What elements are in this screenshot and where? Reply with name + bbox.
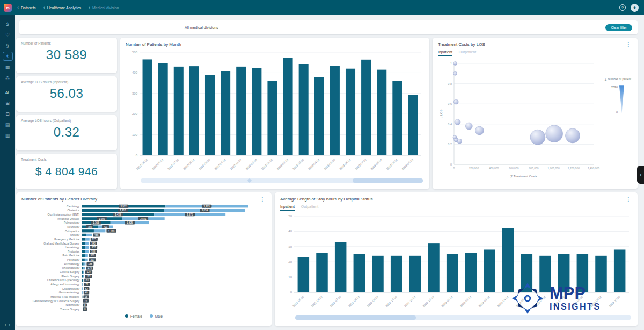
sidebar-library-icon[interactable]: ▥ bbox=[3, 131, 12, 139]
chevron-left-icon: ‹ bbox=[89, 5, 90, 10]
kebab-menu-icon[interactable]: ⋮ bbox=[625, 42, 632, 47]
svg-text:357: 357 bbox=[92, 246, 96, 249]
sidebar-item-patient-analytics-icon[interactable]: ⚕ bbox=[3, 52, 12, 60]
sidebar-folder-icon[interactable]: ⊡ bbox=[3, 110, 12, 118]
tab-outpatient[interactable]: Outpatient bbox=[459, 50, 476, 56]
legend-label: Male bbox=[155, 314, 163, 318]
gender-diversity-card: Number of Patients by Gender Diversity ⋮… bbox=[16, 192, 272, 326]
svg-text:Endocrinology: Endocrinology bbox=[62, 287, 79, 290]
svg-text:2023-09-01: 2023-09-01 bbox=[385, 157, 398, 170]
avatar[interactable]: ● bbox=[631, 4, 639, 12]
dashboard-root: m ‹Datasets ‹Healthcare Analytics ‹Medic… bbox=[0, 0, 644, 330]
female-dot-icon bbox=[125, 314, 128, 318]
svg-text:2022-05-01: 2022-05-01 bbox=[136, 157, 149, 170]
svg-text:46: 46 bbox=[85, 291, 89, 294]
tab-inpatient[interactable]: Inpatient bbox=[280, 205, 295, 211]
sidebar-footer: ‹ › bbox=[5, 322, 10, 327]
svg-text:Gastroenterology or Colorectal: Gastroenterology or Colorectal Surgery bbox=[33, 299, 79, 303]
svg-text:10: 10 bbox=[288, 276, 292, 279]
scrollbar-handle[interactable] bbox=[247, 178, 252, 183]
help-icon[interactable]: ? bbox=[619, 4, 626, 11]
scrollbar-thumb[interactable] bbox=[353, 178, 423, 183]
clear-filter-button[interactable]: Clear filter bbox=[605, 24, 632, 31]
svg-text:485: 485 bbox=[94, 234, 99, 236]
svg-text:300: 300 bbox=[132, 92, 138, 95]
svg-text:0: 0 bbox=[450, 163, 452, 166]
svg-text:80: 80 bbox=[86, 279, 89, 282]
sidebar-item-segments-icon[interactable]: § bbox=[3, 41, 12, 49]
svg-text:35: 35 bbox=[85, 296, 88, 298]
gender-legend: Female Male bbox=[21, 312, 266, 320]
treatment-costs-by-los-chart[interactable]: 00.20.40.60.810200,000400,000600,000800,… bbox=[438, 57, 632, 178]
svg-text:400,000: 400,000 bbox=[489, 167, 499, 170]
chevron-left-icon: ‹ bbox=[43, 5, 45, 10]
avg-los-chart[interactable]: 010203040502022-05-012022-06-012022-07-0… bbox=[280, 212, 632, 314]
breadcrumb-item-medical-division[interactable]: ‹Medical division bbox=[89, 5, 119, 10]
svg-text:2023-08-01: 2023-08-01 bbox=[370, 157, 383, 170]
svg-text:1: 1 bbox=[450, 62, 452, 65]
svg-text:780: 780 bbox=[88, 226, 92, 228]
svg-text:2022-11-01: 2022-11-01 bbox=[404, 295, 416, 307]
svg-text:375: 375 bbox=[92, 238, 97, 241]
sidebar-folder-icon[interactable]: ⊞ bbox=[3, 99, 12, 107]
svg-text:1,000,000: 1,000,000 bbox=[548, 167, 560, 170]
svg-text:300: 300 bbox=[91, 254, 95, 257]
svg-text:0.4: 0.4 bbox=[448, 123, 452, 126]
svg-text:0.6: 0.6 bbox=[448, 102, 452, 105]
kebab-menu-icon[interactable]: ⋮ bbox=[259, 197, 266, 202]
svg-text:∑ Number of patient: ∑ Number of patient bbox=[605, 77, 632, 81]
tab-inpatient[interactable]: Inpatient bbox=[438, 50, 452, 56]
kebab-menu-icon[interactable]: ⋮ bbox=[625, 197, 632, 202]
svg-text:2023-06-01: 2023-06-01 bbox=[533, 295, 546, 307]
sidebar-item-billing-icon[interactable]: $ bbox=[3, 20, 12, 28]
breadcrumb-label: Medical division bbox=[92, 6, 119, 10]
svg-text:20: 20 bbox=[288, 260, 292, 263]
svg-text:2022-12-01: 2022-12-01 bbox=[245, 157, 258, 170]
breadcrumb-item-datasets[interactable]: ‹Datasets bbox=[17, 5, 36, 10]
svg-text:113: 113 bbox=[86, 275, 91, 278]
svg-text:Obstetrics: Obstetrics bbox=[67, 209, 79, 212]
svg-text:701: 701 bbox=[104, 226, 108, 228]
svg-text:2023-02-01: 2023-02-01 bbox=[276, 157, 289, 170]
sidebar-item-dashboards-icon[interactable]: ▦ bbox=[3, 63, 12, 71]
sidebar-next-icon[interactable]: › bbox=[9, 322, 11, 327]
sidebar-item-favorites-icon[interactable]: ♡ bbox=[3, 31, 12, 39]
svg-text:336: 336 bbox=[91, 250, 96, 253]
svg-text:2023-03-01: 2023-03-01 bbox=[478, 295, 491, 307]
chart-title: Average Length of Stay hours by Hospital… bbox=[280, 197, 372, 202]
svg-text:1,400,000: 1,400,000 bbox=[588, 167, 599, 170]
chart-scrollbar[interactable] bbox=[141, 178, 423, 183]
sidebar-item-people-icon[interactable]: ⁂ bbox=[3, 74, 12, 82]
svg-text:2022-06-01: 2022-06-01 bbox=[310, 295, 323, 307]
svg-text:800,000: 800,000 bbox=[529, 167, 539, 170]
chart-scrollbar[interactable] bbox=[295, 315, 631, 320]
sidebar-library-icon[interactable]: ▤ bbox=[3, 120, 12, 128]
svg-text:52: 52 bbox=[85, 288, 89, 290]
scrollbar-thumb[interactable] bbox=[295, 315, 416, 320]
panel-collapse-button[interactable]: ‹ bbox=[637, 166, 644, 184]
svg-text:200,000: 200,000 bbox=[469, 167, 479, 170]
legend-item-male: Male bbox=[150, 314, 163, 318]
svg-text:Pulmonology: Pulmonology bbox=[64, 221, 79, 224]
svg-text:1,128: 1,128 bbox=[108, 230, 115, 233]
svg-text:Rheumatology: Rheumatology bbox=[62, 266, 80, 269]
breadcrumb-label: Datasets bbox=[21, 6, 36, 10]
navbar-actions: ? ● bbox=[619, 4, 644, 12]
svg-text:2023-06-01: 2023-06-01 bbox=[339, 157, 352, 170]
breadcrumb-item-healthcare-analytics[interactable]: ‹Healthcare Analytics bbox=[43, 5, 81, 10]
svg-text:Otorhinolaryngology (ENT): Otorhinolaryngology (ENT) bbox=[48, 213, 80, 216]
chart-title: Number of Patients by Gender Diversity bbox=[21, 197, 97, 202]
svg-text:1,366: 1,366 bbox=[93, 221, 99, 224]
tab-outpatient[interactable]: Outpatient bbox=[301, 205, 318, 211]
treatment-costs-by-los-card: Treatment Costs by LOS ⋮ Inpatient Outpa… bbox=[433, 38, 638, 189]
gender-diversity-chart[interactable]: Cardiology3,9723,905Obstetrics3,9103,834… bbox=[21, 203, 266, 312]
patients-by-month-chart[interactable]: 01002003004005002022-05-012022-06-012022… bbox=[126, 48, 424, 177]
hospital-status-tabs: Inpatient Outpatient bbox=[280, 205, 632, 211]
svg-text:Psychiatry: Psychiatry bbox=[67, 258, 80, 261]
svg-text:1,909: 1,909 bbox=[99, 218, 105, 220]
sidebar-prev-icon[interactable]: ‹ bbox=[5, 322, 6, 327]
svg-text:Urology: Urology bbox=[70, 233, 80, 236]
svg-text:3,972: 3,972 bbox=[121, 205, 127, 208]
app-logo-icon[interactable]: m bbox=[4, 4, 12, 12]
kpi-label: Average LOS hours (Inpatient) bbox=[16, 76, 117, 84]
